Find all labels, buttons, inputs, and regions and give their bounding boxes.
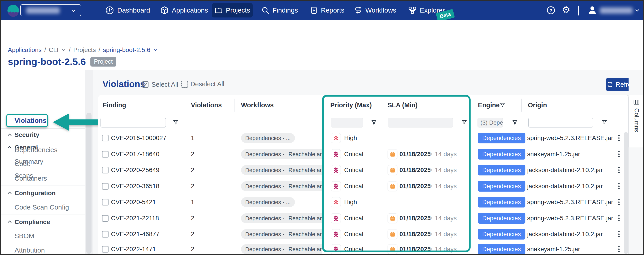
row-checkbox[interactable] xyxy=(102,246,108,252)
row-menu-button[interactable] xyxy=(617,198,621,207)
workflow-pill[interactable]: Reachable and C... xyxy=(284,181,322,191)
row-checkbox[interactable] xyxy=(102,215,108,222)
table-row[interactable]: CVE-2021-46877 2 Dependencies - ...Reach… xyxy=(98,226,629,242)
chevron-down-icon[interactable] xyxy=(61,48,66,53)
select-all-button[interactable]: Select All xyxy=(141,80,178,89)
table-row[interactable]: CVE-2020-36518 2 Dependencies - ...Reach… xyxy=(98,178,629,194)
workflow-pill[interactable]: Reachable and C... xyxy=(284,165,322,175)
row-menu-button[interactable] xyxy=(617,182,621,191)
row-checkbox[interactable] xyxy=(102,151,108,157)
sidebar-item-violations-active[interactable]: Violations xyxy=(6,114,48,127)
finding-link[interactable]: CVE-2020-25649 xyxy=(111,166,159,174)
filter-funnel-icon[interactable] xyxy=(461,119,468,125)
col-header-priority[interactable]: Priority (Max) xyxy=(330,95,372,115)
finding-link[interactable]: CVE-2020-5421 xyxy=(111,198,156,206)
sidebar-item-sbom[interactable]: SBOM xyxy=(14,232,34,240)
filter-funnel-icon[interactable] xyxy=(601,119,608,125)
table-row[interactable]: CVE-2020-5421 1 Dependencies - ... High … xyxy=(98,194,629,210)
workflow-pill[interactable]: Reachable and C... xyxy=(284,229,322,239)
row-menu-button[interactable] xyxy=(617,230,621,239)
col-header-engine[interactable]: Engine xyxy=(478,95,500,115)
chevron-up-icon[interactable] xyxy=(7,219,12,224)
breadcrumb-cli[interactable]: CLI xyxy=(49,46,59,54)
breadcrumb-projects[interactable]: Projects xyxy=(73,46,96,54)
sidebar-item-containers[interactable]: Containers xyxy=(14,175,47,182)
breadcrumb-applications[interactable]: Applications xyxy=(8,46,42,54)
finding-link[interactable]: CVE-2022-1471 xyxy=(111,245,156,253)
engine-pill: Dependencies xyxy=(478,244,526,254)
col-header-sla[interactable]: SLA (Min) xyxy=(388,95,418,115)
finding-link[interactable]: CVE-2021-46877 xyxy=(111,230,159,238)
sidebar-item-dependencies[interactable]: Dependencies xyxy=(14,146,58,154)
row-menu-button[interactable] xyxy=(617,150,621,159)
col-header-workflows[interactable]: Workflows xyxy=(241,95,274,115)
row-checkbox[interactable] xyxy=(102,231,108,237)
workflow-pill[interactable]: Dependencies - ... xyxy=(241,133,295,143)
col-header-finding[interactable]: Finding xyxy=(103,95,126,115)
workflow-pill[interactable]: Dependencies - ... xyxy=(241,197,295,207)
nav-item-dashboard[interactable]: Dashboard xyxy=(105,1,150,20)
columns-panel-button[interactable]: Columns xyxy=(628,95,644,147)
workflow-pill[interactable]: Reachable and C... xyxy=(284,244,322,254)
row-menu-button[interactable] xyxy=(617,245,621,254)
sidebar-scrollbar-thumb[interactable] xyxy=(86,113,92,254)
finding-link[interactable]: CVE-2021-22118 xyxy=(111,215,159,222)
row-checkbox[interactable] xyxy=(102,135,108,141)
chevron-up-icon[interactable] xyxy=(7,190,12,196)
workflow-pill[interactable]: Reachable and C... xyxy=(284,149,322,159)
finding-link[interactable]: CVE-2016-1000027 xyxy=(111,134,166,142)
table-row[interactable]: CVE-2017-18640 2 Dependencies - ...Reach… xyxy=(98,146,629,162)
violations-table: Finding Violations Workflows Priority (M… xyxy=(98,95,628,255)
breadcrumb-current-project[interactable]: spring-boot-2.5.6 xyxy=(103,46,150,54)
engine-filter-value[interactable]: (3) Dependencies xyxy=(478,118,503,128)
org-selector[interactable] xyxy=(20,4,81,16)
page-subheader: Applications / CLI / Projects / spring-b… xyxy=(1,20,643,70)
origin-cell: snakeyaml-1.25.jar xyxy=(527,245,580,253)
deselect-all-button[interactable]: Deselect All xyxy=(181,80,224,88)
filter-funnel-icon[interactable] xyxy=(512,119,518,125)
sidebar-section-security[interactable]: Security xyxy=(14,131,40,138)
finding-link[interactable]: CVE-2017-18640 xyxy=(111,151,159,158)
nav-item-reports[interactable]: Reports xyxy=(310,1,344,20)
table-row[interactable]: CVE-2022-1471 2 Dependencies - ...Reacha… xyxy=(98,242,629,255)
workflow-pill[interactable]: Reachable and C... xyxy=(284,213,322,223)
nav-item-projects-selected[interactable]: Projects xyxy=(212,3,253,18)
row-menu-button[interactable] xyxy=(617,214,621,223)
filter-funnel-icon[interactable] xyxy=(172,119,179,125)
chevron-down-icon[interactable] xyxy=(634,8,640,13)
mend-logo[interactable] xyxy=(7,4,20,17)
nav-item-workflows[interactable]: Workflows xyxy=(353,1,396,20)
sidebar-item-code[interactable]: Code xyxy=(14,160,31,168)
workflows-cell: Dependencies - ...Reachable and C... xyxy=(241,162,322,178)
sidebar-item-code-scan-config[interactable]: Code Scan Config xyxy=(14,203,69,211)
finding-link[interactable]: CVE-2020-36518 xyxy=(111,183,159,190)
row-checkbox[interactable] xyxy=(102,183,108,190)
dot-separator xyxy=(430,153,432,155)
row-menu-button[interactable] xyxy=(617,134,621,142)
chevron-up-icon[interactable] xyxy=(7,132,12,138)
nav-item-findings[interactable]: Findings xyxy=(261,1,298,20)
col-header-origin[interactable]: Origin xyxy=(528,95,547,115)
table-row[interactable]: CVE-2016-1000027 1 Dependencies - ... Hi… xyxy=(98,130,629,146)
table-row[interactable]: CVE-2020-25649 2 Dependencies - ...Reach… xyxy=(98,162,629,178)
row-menu-button[interactable] xyxy=(617,166,621,175)
finding-filter-input[interactable] xyxy=(100,118,166,128)
gear-icon[interactable]: ⚙ xyxy=(562,5,570,15)
origin-filter-input[interactable] xyxy=(528,118,593,128)
sidebar-section-configuration[interactable]: Configuration xyxy=(14,190,56,197)
sidebar-section-compliance[interactable]: Compliance xyxy=(14,218,50,226)
nav-item-applications[interactable]: Applications xyxy=(160,1,208,20)
user-avatar-icon[interactable] xyxy=(587,5,598,16)
chevron-up-icon[interactable] xyxy=(7,145,12,150)
nav-divider xyxy=(578,6,579,16)
sidebar-item-attribution[interactable]: Attribution xyxy=(14,246,45,254)
table-row[interactable]: CVE-2021-22118 2 Dependencies - ...Reach… xyxy=(98,210,629,226)
filter-funnel-icon[interactable] xyxy=(500,102,506,108)
col-header-violations[interactable]: Violations xyxy=(191,95,222,115)
table-scrollbar-thumb[interactable] xyxy=(624,132,628,254)
help-icon[interactable]: ? xyxy=(546,6,556,15)
row-checkbox[interactable] xyxy=(102,167,108,173)
chevron-down-icon[interactable] xyxy=(153,48,158,53)
row-checkbox[interactable] xyxy=(102,199,108,205)
filter-funnel-icon[interactable] xyxy=(371,119,377,125)
